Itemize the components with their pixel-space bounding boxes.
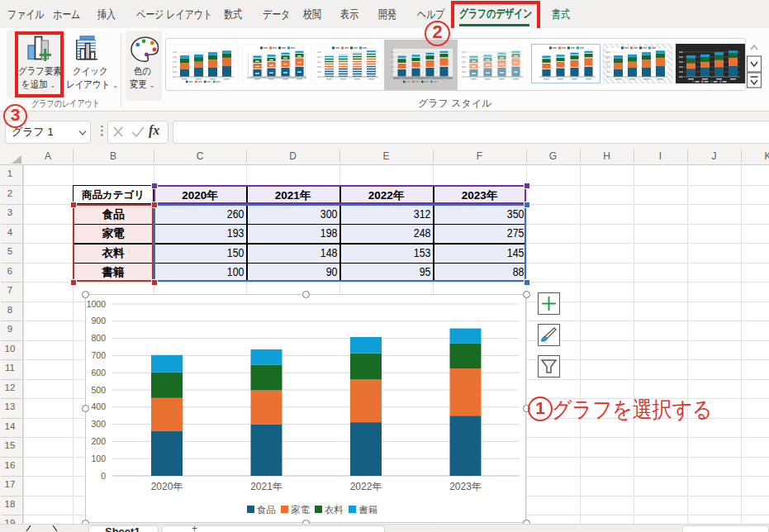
svg-text:2023年: 2023年 [449, 481, 482, 492]
svg-text:900: 900 [91, 316, 106, 325]
svg-text:200: 200 [91, 436, 106, 446]
svg-text:0: 0 [101, 471, 106, 481]
svg-text:食品: 食品 [257, 505, 276, 515]
svg-text:2022年: 2022年 [350, 481, 382, 492]
svg-text:衣料: 衣料 [324, 505, 344, 515]
svg-text:800: 800 [91, 333, 106, 343]
svg-text:600: 600 [91, 368, 106, 378]
svg-text:家電: 家電 [291, 505, 311, 515]
svg-text:100: 100 [91, 454, 106, 463]
svg-text:書籍: 書籍 [358, 505, 378, 515]
svg-text:1000: 1000 [87, 299, 107, 309]
svg-text:2020年: 2020年 [151, 481, 183, 492]
svg-text:400: 400 [91, 401, 106, 411]
svg-text:2021年: 2021年 [250, 481, 282, 492]
svg-text:300: 300 [91, 419, 106, 429]
svg-text:700: 700 [91, 350, 106, 360]
svg-text:500: 500 [91, 385, 106, 395]
